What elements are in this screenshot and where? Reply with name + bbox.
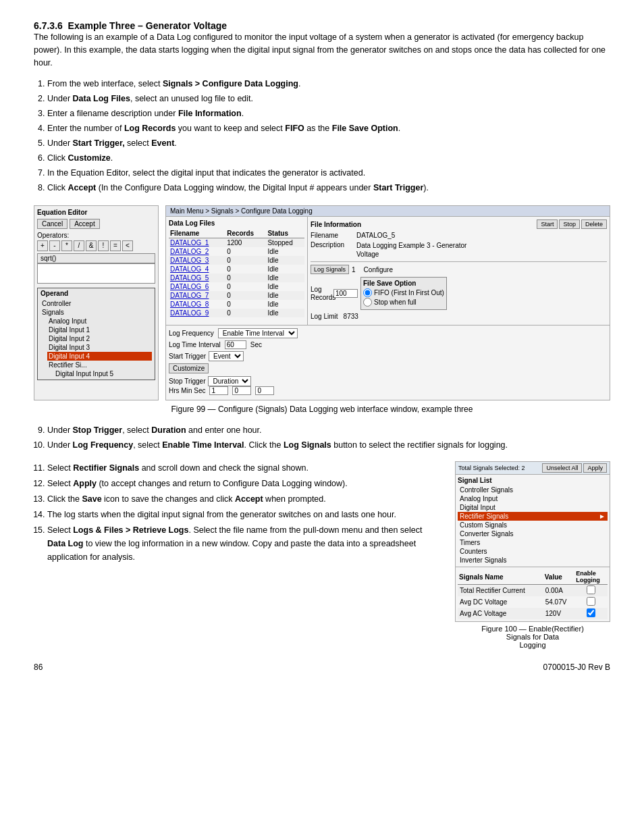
fig100-caption-line1: Figure 100 — Enable(Rectifier) bbox=[481, 625, 584, 633]
file-link[interactable]: DATALOG_9 bbox=[169, 309, 225, 317]
hrs-min-sec-row: Hrs Min Sec bbox=[169, 386, 607, 395]
tree-digital-input-1[interactable]: Digital Input 1 bbox=[47, 325, 152, 334]
list-item[interactable]: Controller Signals bbox=[458, 486, 608, 494]
equation-editor-panel: Equation Editor Cancel Accept Operators:… bbox=[34, 205, 159, 400]
table-row[interactable]: DATALOG_60Idle bbox=[169, 282, 304, 291]
steps-list: From the web interface, select Signals >… bbox=[47, 77, 610, 194]
stop-when-full-radio[interactable] bbox=[363, 298, 372, 307]
stop-trigger-row: Stop Trigger Duration bbox=[169, 376, 607, 386]
sqrt-button[interactable]: sqrt() bbox=[37, 253, 155, 263]
stop-button[interactable]: Stop bbox=[559, 219, 580, 229]
col-enable-logging: EnableLogging bbox=[574, 569, 608, 585]
tree-digital-input-2[interactable]: Digital Input 2 bbox=[47, 334, 152, 343]
table-row[interactable]: DATALOG_50Idle bbox=[169, 273, 304, 282]
fig100-total: Total Signals Selected: 2 bbox=[458, 465, 525, 471]
op-multiply[interactable]: * bbox=[61, 240, 72, 251]
signal-name: Avg AC Voltage bbox=[458, 608, 543, 619]
list-item[interactable]: Counters bbox=[458, 547, 608, 556]
file-link[interactable]: DATALOG_6 bbox=[169, 282, 225, 291]
file-link[interactable]: DATALOG_5 bbox=[169, 273, 225, 282]
stop-when-full-label: Stop when full bbox=[374, 298, 417, 306]
file-link[interactable]: DATALOG_3 bbox=[169, 256, 225, 265]
file-link[interactable]: DATALOG_4 bbox=[169, 265, 225, 273]
tree-analog-input[interactable]: Analog Input bbox=[47, 317, 152, 325]
sec-input[interactable] bbox=[255, 386, 274, 395]
file-link[interactable]: DATALOG_2 bbox=[169, 247, 225, 256]
start-trigger-select[interactable]: Event bbox=[209, 351, 244, 361]
file-records: 0 bbox=[225, 282, 266, 291]
file-link[interactable]: DATALOG_1 bbox=[169, 238, 225, 248]
eq-tree: Controller Signals Analog Input Digital … bbox=[41, 299, 152, 378]
op-lessthan[interactable]: < bbox=[122, 240, 133, 251]
tree-controller[interactable]: Controller bbox=[41, 299, 152, 308]
log-time-input[interactable] bbox=[225, 340, 246, 349]
fig100-panel: Total Signals Selected: 2 Unselect All A… bbox=[455, 461, 610, 622]
customize-button[interactable]: Customize bbox=[169, 363, 209, 373]
delete-button[interactable]: Delete bbox=[581, 219, 607, 229]
log-time-interval-row: Log Time Interval Sec bbox=[169, 340, 607, 349]
filename-row: Filename DATALOG_5 bbox=[311, 232, 607, 239]
tree-signals[interactable]: Signals bbox=[41, 308, 152, 317]
file-link[interactable]: DATALOG_7 bbox=[169, 291, 225, 300]
log-signals-button[interactable]: Log Signals bbox=[311, 265, 349, 274]
fifo-radio[interactable] bbox=[363, 288, 372, 297]
table-row[interactable]: DATALOG_30Idle bbox=[169, 256, 304, 265]
accept-button[interactable]: Accept bbox=[70, 219, 100, 229]
list-item[interactable]: Inverter Signals bbox=[458, 556, 608, 565]
start-button[interactable]: Start bbox=[537, 219, 558, 229]
apply-button[interactable]: Apply bbox=[583, 463, 607, 473]
section-heading: 6.7.3.6 Example Three – Generator Voltag… bbox=[34, 20, 610, 31]
eq-buttons-row: Cancel Accept bbox=[37, 219, 155, 229]
tree-digital-input-5[interactable]: Digital Input Input 5 bbox=[54, 369, 152, 378]
list-item[interactable]: Custom Signals bbox=[458, 521, 608, 529]
stop-trigger-select[interactable]: Duration bbox=[208, 376, 251, 386]
tree-rectifier-signals[interactable]: Rectifier Si... bbox=[47, 361, 152, 369]
eq-input-area[interactable] bbox=[37, 263, 155, 284]
file-records: 1200 bbox=[225, 238, 266, 248]
table-row[interactable]: DATALOG_20Idle bbox=[169, 247, 304, 256]
steps-11-15: Select Rectifier Signals and scroll down… bbox=[47, 461, 441, 564]
logging-checkbox-cell[interactable] bbox=[574, 608, 608, 619]
log-frequency-select[interactable]: Enable Time Interval bbox=[218, 328, 298, 338]
file-status: Idle bbox=[266, 273, 304, 282]
log-records-input[interactable] bbox=[333, 289, 358, 298]
logging-checkbox[interactable] bbox=[587, 597, 595, 606]
unselect-all-button[interactable]: Unselect All bbox=[542, 463, 582, 473]
logging-checkbox-cell[interactable] bbox=[574, 585, 608, 597]
file-info-header: File Information Start Stop Delete bbox=[311, 219, 607, 229]
logging-checkbox[interactable] bbox=[587, 608, 595, 617]
list-item[interactable]: Timers bbox=[458, 538, 608, 547]
logging-checkbox[interactable] bbox=[587, 585, 595, 594]
page-number: 86 bbox=[34, 662, 43, 672]
table-row[interactable]: DATALOG_90Idle bbox=[169, 309, 304, 317]
hrs-input[interactable] bbox=[209, 386, 228, 395]
table-row[interactable]: DATALOG_80Idle bbox=[169, 300, 304, 309]
page-footer: 86 0700015-J0 Rev B bbox=[34, 662, 610, 672]
file-status: Idle bbox=[266, 247, 304, 256]
logging-checkbox-cell[interactable] bbox=[574, 596, 608, 608]
table-row[interactable]: DATALOG_11200Stopped bbox=[169, 238, 304, 248]
list-item[interactable]: Digital Input bbox=[458, 503, 608, 512]
breadcrumb: Main Menu > Signals > Configure Data Log… bbox=[166, 206, 610, 217]
list-item[interactable]: Analog Input bbox=[458, 494, 608, 503]
min-input[interactable] bbox=[232, 386, 251, 395]
table-row[interactable]: DATALOG_40Idle bbox=[169, 265, 304, 273]
log-limit-label: Log Limit bbox=[311, 313, 338, 320]
op-minus[interactable]: - bbox=[49, 240, 60, 251]
file-status: Idle bbox=[266, 256, 304, 265]
cancel-button[interactable]: Cancel bbox=[37, 219, 68, 229]
tree-digital-input-3[interactable]: Digital Input 3 bbox=[47, 343, 152, 352]
file-link[interactable]: DATALOG_8 bbox=[169, 300, 225, 309]
op-equals[interactable]: = bbox=[110, 240, 121, 251]
op-plus[interactable]: + bbox=[37, 240, 48, 251]
log-time-label: Log Time Interval bbox=[169, 341, 221, 348]
list-item[interactable]: Rectifier Signals ► bbox=[458, 512, 608, 521]
op-ampersand[interactable]: & bbox=[86, 240, 97, 251]
list-item[interactable]: Converter Signals bbox=[458, 529, 608, 538]
op-divide[interactable]: / bbox=[74, 240, 84, 251]
table-row[interactable]: DATALOG_70Idle bbox=[169, 291, 304, 300]
op-exclamation[interactable]: ! bbox=[98, 240, 109, 251]
figure-99-caption: Figure 99 — Configure (Signals) Data Log… bbox=[34, 405, 610, 414]
tree-digital-input-4[interactable]: Digital Input 4 bbox=[47, 352, 152, 361]
signal-list-items: Controller SignalsAnalog InputDigital In… bbox=[458, 486, 608, 565]
